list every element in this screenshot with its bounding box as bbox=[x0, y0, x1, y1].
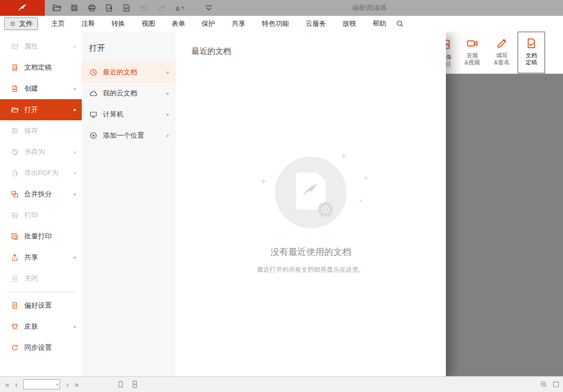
new-doc-icon[interactable] bbox=[122, 3, 131, 13]
open-item-recent-documents[interactable]: 最近的文档▸ bbox=[82, 62, 176, 83]
undo-icon[interactable] bbox=[139, 3, 149, 13]
save-as-icon bbox=[11, 148, 19, 156]
empty-state-subtitle: 最近打开的所有文档都将显示在这里。 bbox=[176, 265, 446, 274]
recent-panel-title: 最近的文档 bbox=[192, 46, 231, 56]
file-menu-button[interactable]: 文件 bbox=[4, 17, 38, 30]
sidebar-item-label: 关闭 bbox=[24, 274, 38, 283]
single-page-view-icon[interactable] bbox=[117, 380, 125, 388]
tab-slideshow[interactable]: 放映 bbox=[342, 19, 356, 28]
sidebar-item-batch-print[interactable]: 批量打印 bbox=[0, 226, 82, 247]
sidebar-item-label: 批量打印 bbox=[24, 232, 52, 241]
ribbon-button-fill-sign[interactable]: 填写&签名 bbox=[488, 32, 516, 73]
qat-customize-icon[interactable] bbox=[204, 3, 214, 13]
next-page-button[interactable]: › bbox=[66, 381, 69, 388]
file-backstage-menu: 属性▸文档定稿创建▸打开▸保存另存为▸导出PDF为▸合并拆分▸打印批量打印共享▸… bbox=[0, 32, 446, 376]
tab-cloud-service[interactable]: 云服务 bbox=[306, 19, 326, 28]
export-pdf-icon bbox=[11, 169, 19, 177]
decor-plus bbox=[364, 173, 368, 178]
open-folder-icon[interactable] bbox=[52, 3, 62, 13]
tab-home[interactable]: 主页 bbox=[51, 19, 65, 28]
tab-help[interactable]: 帮助 bbox=[373, 19, 386, 28]
partial-label-line2: 注 bbox=[446, 61, 456, 68]
last-page-button[interactable]: » bbox=[74, 381, 79, 388]
combine-icon bbox=[11, 190, 19, 198]
open-item-computer[interactable]: 计算机▸ bbox=[82, 104, 176, 125]
ribbon-button-doc-finalize[interactable]: 文档定稿 bbox=[518, 32, 545, 73]
redo-icon[interactable] bbox=[157, 3, 166, 13]
page-navigation: «‹▾›» bbox=[5, 379, 79, 389]
video-icon bbox=[466, 37, 479, 50]
sidebar-item-label: 同步设置 bbox=[24, 343, 52, 352]
tab-view[interactable]: 视图 bbox=[141, 19, 155, 28]
foxit-logo[interactable] bbox=[0, 0, 45, 16]
backstage-sidebar: 属性▸文档定稿创建▸打开▸保存另存为▸导出PDF为▸合并拆分▸打印批量打印共享▸… bbox=[0, 32, 82, 376]
ribbon-button-partial[interactable]: 像 注 bbox=[446, 32, 456, 73]
open-panel: 打开 最近的文档▸我的云文档▸计算机▸添加一个位置▸ bbox=[82, 32, 176, 376]
empty-state-illustration bbox=[275, 157, 347, 228]
page-view-buttons bbox=[117, 380, 139, 388]
sidebar-item-print: 打印 bbox=[0, 205, 82, 226]
open-item-label: 最近的文档 bbox=[103, 68, 137, 77]
stamp-icon[interactable]: ▾ bbox=[174, 3, 184, 13]
statusbar-right-tools bbox=[540, 380, 560, 388]
sidebar-item-label: 偏好设置 bbox=[24, 301, 52, 310]
app-window: ▾ 福昕阅读器 文件 主页注释转换视图表单保护共享特色功能云服务放映帮助 像 注… bbox=[0, 0, 563, 392]
sidebar-item-label: 打开 bbox=[24, 105, 38, 114]
open-item-my-cloud-documents[interactable]: 我的云文档▸ bbox=[82, 83, 176, 104]
prev-page-button[interactable]: ‹ bbox=[15, 381, 18, 388]
marquee-zoom-icon[interactable] bbox=[552, 380, 560, 388]
first-page-button[interactable]: « bbox=[5, 381, 9, 388]
recent-documents-panel: 最近的文档 没有最近使用的文档 最近打开的所有文档都将显示在这里。 bbox=[176, 32, 446, 376]
tab-share[interactable]: 共享 bbox=[232, 19, 245, 28]
sidebar-item-create[interactable]: 创建▸ bbox=[0, 78, 82, 99]
tab-protect[interactable]: 保护 bbox=[202, 19, 215, 28]
share-icon bbox=[11, 253, 19, 262]
page-number-combo[interactable]: ▾ bbox=[23, 379, 60, 389]
print-icon[interactable] bbox=[87, 3, 97, 13]
submenu-arrow-icon: ▸ bbox=[167, 70, 169, 75]
submenu-arrow-icon: ▸ bbox=[74, 192, 77, 197]
foxit-bird-graphic bbox=[301, 181, 320, 200]
sidebar-item-label: 另存为 bbox=[24, 147, 45, 157]
tab-convert[interactable]: 转换 bbox=[111, 19, 125, 28]
page-number-input[interactable] bbox=[24, 380, 51, 388]
export-doc-icon[interactable] bbox=[104, 3, 114, 13]
sidebar-item-label: 共享 bbox=[24, 253, 38, 262]
sidebar-item-sync-settings[interactable]: 同步设置 bbox=[0, 337, 82, 358]
sidebar-item-close: 关闭 bbox=[0, 268, 82, 289]
open-item-add-a-place[interactable]: 添加一个位置▸ bbox=[82, 125, 176, 146]
preferences-icon bbox=[11, 301, 19, 310]
sidebar-item-doc-finalize[interactable]: 文档定稿 bbox=[0, 57, 82, 78]
sidebar-item-skin[interactable]: 皮肤▸ bbox=[0, 316, 82, 337]
add-location-icon bbox=[89, 131, 98, 140]
sidebar-item-share[interactable]: 共享▸ bbox=[0, 247, 82, 268]
close-doc-icon bbox=[11, 274, 19, 283]
quick-access-toolbar: ▾ bbox=[52, 3, 214, 13]
computer-icon bbox=[89, 110, 98, 119]
sidebar-item-combine-split[interactable]: 合并拆分▸ bbox=[0, 184, 82, 205]
sidebar-item-label: 打印 bbox=[24, 211, 38, 220]
menubar: 文件 主页注释转换视图表单保护共享特色功能云服务放映帮助 bbox=[0, 16, 563, 32]
decor-dot bbox=[288, 214, 290, 216]
sidebar-item-preferences[interactable]: 偏好设置 bbox=[0, 295, 82, 316]
submenu-arrow-icon: ▸ bbox=[74, 86, 77, 91]
pencil-icon bbox=[495, 37, 508, 50]
tab-comment[interactable]: 注释 bbox=[81, 19, 95, 28]
search-icon[interactable] bbox=[396, 20, 404, 28]
sidebar-item-open[interactable]: 打开▸ bbox=[0, 99, 82, 120]
titlebar: ▾ 福昕阅读器 bbox=[0, 0, 563, 16]
sidebar-item-save: 保存 bbox=[0, 120, 82, 141]
submenu-arrow-icon: ▸ bbox=[167, 91, 169, 96]
ribbon-button-audio-video[interactable]: 音频&视频 bbox=[459, 32, 486, 73]
zoom-out-icon[interactable] bbox=[540, 380, 548, 388]
save-icon[interactable] bbox=[70, 3, 79, 13]
tab-form[interactable]: 表单 bbox=[171, 19, 185, 28]
app-title: 福昕阅读器 bbox=[352, 0, 387, 16]
partial-label-line1: 像 bbox=[446, 54, 456, 61]
submenu-arrow-icon: ▸ bbox=[74, 149, 77, 155]
sidebar-item-label: 属性 bbox=[24, 42, 38, 51]
sync-icon bbox=[11, 343, 19, 352]
tab-features[interactable]: 特色功能 bbox=[262, 19, 289, 28]
continuous-view-icon[interactable] bbox=[131, 380, 139, 388]
doc-check-icon bbox=[525, 37, 538, 50]
